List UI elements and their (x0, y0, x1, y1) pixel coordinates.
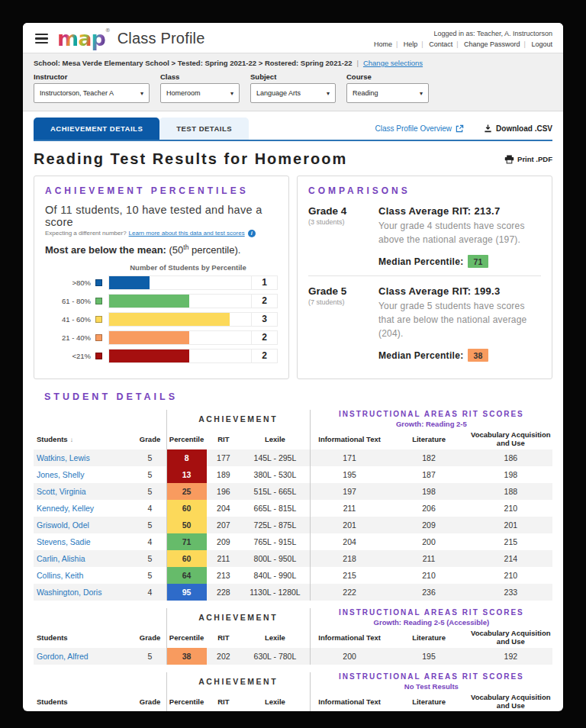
class-dropdown: Class Homeroom▾ (160, 72, 240, 103)
group-header-row: ACHIEVEMENT INSTRUCTIONAL AREAS RIT SCOR… (34, 672, 552, 691)
instructor-value: Instructorson, Teacher A (40, 89, 114, 97)
change-selections-link[interactable]: Change selections (352, 59, 423, 67)
student-name-link[interactable]: Griswold, Odel (37, 520, 89, 530)
student-name-link[interactable]: Jones, Shelly (37, 470, 84, 479)
percentile-badge: 64 (167, 567, 207, 584)
percentile-cell: 8 (166, 449, 207, 466)
breadcrumb-row: School: Mesa Verde Elementary School > T… (34, 59, 552, 67)
class-profile-overview-link[interactable]: Class Profile Overview (375, 124, 465, 133)
percentile-cell: 71 (166, 533, 207, 550)
percentile-badge: 50 (167, 517, 207, 533)
instructor-select[interactable]: Instructorson, Teacher A▾ (34, 83, 150, 103)
grade-cell: 4 (134, 533, 166, 550)
grade-student-count: (7 students) (308, 298, 378, 306)
rit-column-header: RIT (207, 691, 241, 711)
grade-cell: 5 (134, 567, 166, 584)
nav-logout[interactable]: Logout (531, 40, 552, 48)
vocabulary-column-header: Vocabulary Acquisition and Use (469, 691, 552, 711)
student-details-table-no-results: ACHIEVEMENT INSTRUCTIONAL AREAS RIT SCOR… (34, 672, 552, 711)
student-name-link[interactable]: Kennedy, Kelley (37, 504, 94, 513)
median-percentile-badge: 38 (468, 349, 488, 362)
rit-cell: 189 (207, 466, 241, 483)
median-percentile-badge: 71 (468, 255, 488, 268)
chart-category-label: 21 - 40% (45, 333, 91, 342)
student-row: Carlin, Alishia 5 60 211 800L - 950L 218… (34, 550, 552, 567)
vocabulary-cell: 188 (469, 483, 552, 500)
grade-student-count: (3 students) (308, 218, 378, 226)
subject-dropdown: Subject Language Arts▾ (250, 72, 336, 103)
overview-link-label: Class Profile Overview (375, 124, 452, 133)
lexile-cell: 765L - 915L (240, 533, 310, 550)
student-row: Jones, Shelly 5 13 189 380L - 530L 195 1… (34, 466, 552, 483)
vocabulary-cell: 201 (469, 517, 552, 533)
percentile-bar-chart: Number of Students by Percentile >80% 1 … (45, 263, 278, 363)
percentile-cell: 38 (166, 648, 207, 665)
legend-swatch (95, 298, 102, 304)
student-name-link[interactable]: Stevens, Sadie (37, 537, 91, 546)
achievement-percentiles-panel: ACHIEVEMENT PERCENTILES Of 11 students, … (34, 176, 289, 379)
subject-label: Subject (250, 72, 336, 81)
grade-label: Grade 4 (308, 205, 378, 217)
info-icon[interactable]: i (248, 230, 256, 237)
title-row: Reading Test Results for Homeroom Print … (34, 150, 552, 168)
tab-test-details[interactable]: TEST DETAILS (159, 118, 249, 140)
column-header-row: Students Grade Percentile RIT Lexile Inf… (34, 691, 552, 711)
nav-change-password[interactable]: Change Password (464, 40, 530, 48)
course-select[interactable]: Reading▾ (346, 83, 429, 103)
chart-row: 21 - 40% 2 (45, 330, 278, 345)
percentile-cell: 60 (166, 550, 207, 567)
printer-icon (504, 155, 514, 164)
nav-help[interactable]: Help (404, 40, 427, 48)
class-select[interactable]: Homeroom▾ (160, 83, 240, 103)
rit-cell: 228 (207, 584, 241, 601)
student-name-link[interactable]: Collins, Keith (37, 571, 83, 580)
logo-trademark: ® (105, 27, 110, 34)
grade-column-header: Grade (134, 691, 166, 711)
student-row: Scott, Virginia 5 25 196 515L - 665L 197… (34, 483, 552, 500)
chart-row: >80% 1 (45, 275, 278, 290)
subject-select[interactable]: Language Arts▾ (250, 83, 336, 103)
print-pdf-link[interactable]: Print .PDF (504, 155, 552, 164)
ia-group-header: INSTRUCTIONAL AREAS RIT SCORESNo Test Re… (310, 672, 552, 691)
literature-column-header: Literature (388, 428, 468, 449)
student-name-link[interactable]: Washington, Doris (37, 588, 101, 597)
literature-cell: 211 (388, 550, 468, 567)
chart-category-label: 41 - 60% (45, 315, 91, 324)
logo-letter: m (57, 27, 78, 50)
vocabulary-cell: 210 (469, 500, 552, 517)
student-row: Gordon, Alfred 5 38 202 630L - 780L 200 … (34, 648, 552, 665)
menu-icon[interactable] (34, 32, 50, 46)
literature-cell: 200 (388, 533, 468, 550)
download-csv-link[interactable]: Download .CSV (484, 124, 552, 133)
students-column-header: Students (34, 627, 134, 648)
achievement-group-header: ACHIEVEMENT (166, 672, 310, 691)
lexile-cell: 630L - 780L (240, 648, 310, 665)
class-profile-page: map® Class Profile Logged in as: Teacher… (23, 23, 563, 711)
student-name-link[interactable]: Scott, Virginia (37, 487, 86, 496)
breadcrumb: School: Mesa Verde Elementary School > T… (34, 59, 352, 67)
expecting-note: Expecting a different number?Learn more … (45, 230, 278, 237)
informational-text-cell: 195 (310, 466, 388, 483)
header-right: Logged in as: Teacher, A. Instructorson … (374, 30, 552, 48)
grade-cell: 4 (134, 584, 166, 601)
student-row: Kennedy, Kelley 4 60 204 665L - 815L 211… (34, 500, 552, 517)
tab-achievement-details[interactable]: ACHIEVEMENT DETAILS (34, 118, 159, 140)
grade-cell: 5 (134, 483, 166, 500)
summary-panels: ACHIEVEMENT PERCENTILES Of 11 students, … (34, 176, 552, 379)
nav-contact[interactable]: Contact (429, 40, 462, 48)
nav-home[interactable]: Home (374, 40, 401, 48)
legend-swatch (95, 334, 102, 341)
student-name-link[interactable]: Gordon, Alfred (37, 652, 89, 661)
percentile-badge: 60 (167, 550, 207, 567)
grade-cell: 5 (134, 648, 166, 665)
percentile-badge: 25 (167, 483, 207, 500)
student-name-link[interactable]: Carlin, Alishia (37, 554, 85, 563)
student-name-link[interactable]: Watkins, Lewis (37, 453, 90, 462)
chevron-down-icon: ▾ (420, 90, 423, 97)
chart-bar (109, 295, 189, 308)
students-column-header[interactable]: Students↓ (34, 428, 134, 449)
chart-bar (109, 276, 150, 289)
student-row: Griswold, Odel 5 50 207 725L - 875L 201 … (34, 517, 552, 533)
external-link-icon (456, 124, 464, 133)
learn-more-link[interactable]: Learn more about this data and test scor… (129, 230, 245, 237)
